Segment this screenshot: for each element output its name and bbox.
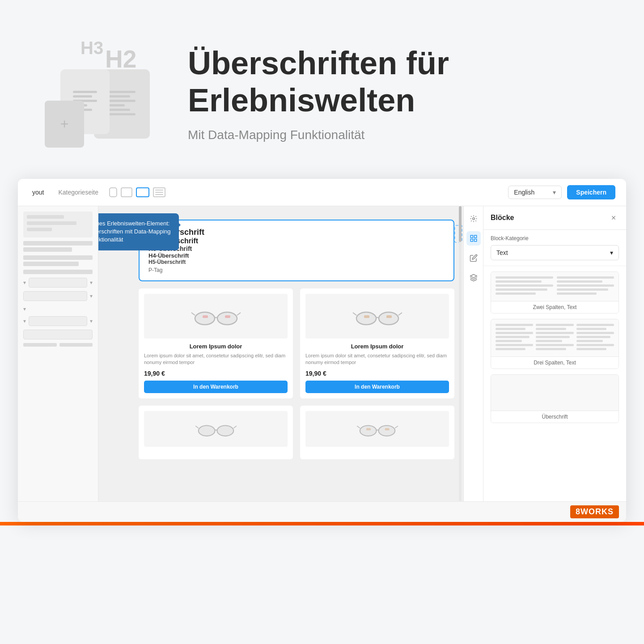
content-area: ▾ ▾ ▾ ▾ ▾ ▾ [18,206,626,501]
device-icons-group [109,187,165,197]
ui-screenshot-container: yout Kategorieseite English ▾ Speichern [18,179,626,522]
product-card-2[interactable]: Lorem Ipsum dolor Lorem ipsum dolor sit … [300,288,454,398]
svg-line-18 [357,426,360,428]
save-button[interactable]: Speichern [567,185,615,199]
sunglasses-svg-2 [351,303,404,330]
block-preview-three-col[interactable]: Drei Spalten, Text [491,319,619,369]
product-card-4[interactable] [300,406,454,459]
orange-stripe [0,522,644,525]
block-preview-three-col-content [491,319,619,356]
chevron-down-icon: ▾ [553,189,556,196]
category-selected-value: Text [496,249,508,256]
h3-decoration: H3 [80,38,103,58]
product-image-1 [144,294,288,339]
device-desktop-icon[interactable] [136,187,149,197]
svg-point-1 [217,312,237,325]
h4-heading: H4-Überschrift [148,252,445,259]
svg-point-17 [378,425,395,436]
sidebar-row-dropdown-1[interactable]: ▾ ▾ [23,278,93,288]
sidebar-row-dropdown-2[interactable]: ▾ [23,291,93,301]
device-tablet-icon[interactable] [121,187,132,197]
scroll-indicator[interactable] [459,206,462,501]
top-bar: yout Kategorieseite English ▾ Speichern [18,179,626,206]
svg-rect-25 [470,239,473,242]
blocks-icon-btn[interactable] [466,231,481,246]
add-to-cart-button-1[interactable]: In den Warenkorb [144,381,288,393]
block-preview-two-col-label: Zwei Spalten, Text [491,301,619,313]
product-image-4 [305,411,449,447]
hero-text-block: Überschriften für Erlebniswelten Mit Dat… [188,36,608,142]
block-category-select[interactable]: Text ▾ [491,245,619,260]
language-select[interactable]: English ▾ [508,186,562,199]
product-card-3[interactable] [139,406,293,459]
product-image-3 [144,411,288,447]
svg-marker-27 [470,275,477,278]
product-title-2: Lorem Ipsum dolor [351,343,404,350]
tab-category[interactable]: Kategorieseite [55,187,102,198]
close-panel-button[interactable]: × [608,212,619,223]
three-col-2 [536,324,573,352]
edit-icon-btn[interactable] [466,251,481,265]
block-preview-heading-label: Überschrift [491,411,619,423]
product-desc-1: Lorem ipsum dolor sit amet, consetetur s… [144,352,288,366]
h1-heading: H1-Überschrift [148,228,445,237]
svg-rect-11 [386,315,392,318]
svg-point-7 [379,312,398,325]
block-category-section: Block-Kategorie Text ▾ [483,230,626,266]
doc-add-icon: + [45,101,84,148]
svg-point-22 [472,218,475,220]
h5-heading: H5-Überschrift [148,259,445,265]
sidebar-item-1[interactable] [23,241,93,252]
hero-subtitle: Mit Data-Mapping Funktionalität [188,128,608,142]
hero-icons-decoration: H3 H2 H1 + [36,36,161,152]
add-to-cart-button-2[interactable]: In den Warenkorb [305,381,449,393]
right-icons-column [463,206,483,501]
products-grid: Lorem Ipsum dolor Lorem ipsum dolor sit … [139,288,454,398]
svg-rect-26 [474,239,476,242]
sidebar-item-2[interactable] [23,255,93,266]
blocks-panel-header: Blöcke × [483,206,626,230]
block-preview-heading[interactable]: Überschrift [491,374,619,423]
svg-line-9 [398,313,402,315]
scroll-thumb [459,206,462,242]
h3-heading: H3-Überschrift [148,245,445,252]
sidebar-row-dropdown-3[interactable]: ▾ ▾ [23,316,93,326]
svg-line-15 [233,426,237,428]
8works-logo: 8WORKS [570,505,619,518]
svg-rect-21 [385,428,389,430]
three-col-3 [576,324,614,352]
block-category-label: Block-Kategorie [491,235,619,242]
device-mobile-icon[interactable] [109,187,117,197]
block-preview-two-col[interactable]: Zwei Spalten, Text [491,271,619,314]
tooltip-text: Neues Erlebniswelten-Element:Überschrift… [98,220,171,243]
sunglasses-svg-4 [355,418,400,440]
product-title-1: Lorem Ipsum dolor [190,343,242,350]
svg-point-0 [195,312,215,325]
settings-icon [470,215,478,223]
svg-rect-5 [225,315,230,318]
sidebar-item-3[interactable] [23,270,93,274]
svg-line-2 [191,313,195,315]
layers-icon-btn[interactable] [466,271,481,285]
svg-rect-10 [364,315,369,318]
settings-icon-btn[interactable] [466,212,481,226]
block-preview-two-col-content [491,272,619,301]
blocks-panel-title: Blöcke [491,214,514,222]
left-sidebar: ▾ ▾ ▾ ▾ ▾ ▾ [18,206,98,501]
device-list-icon[interactable] [153,187,165,197]
sidebar-row-wide[interactable] [23,330,93,339]
block-items-list: Zwei Spalten, Text [483,266,626,428]
heading-preview-content [491,375,619,411]
chevron-down-icon-category: ▾ [610,249,613,256]
heading-block[interactable]: H1-Überschrift H2-Überschrift H3-Übersch… [139,220,454,281]
svg-line-14 [195,426,199,428]
layers-icon [470,274,478,282]
svg-rect-23 [470,235,473,237]
product-card-1[interactable]: Lorem Ipsum dolor Lorem ipsum dolor sit … [139,288,293,398]
svg-line-8 [353,313,356,315]
h2-heading: H2-Überschrift [148,237,445,245]
svg-point-12 [198,425,215,436]
tab-layout[interactable]: yout [29,187,47,198]
top-bar-right: English ▾ Speichern [508,185,615,199]
two-col-left [496,276,553,297]
